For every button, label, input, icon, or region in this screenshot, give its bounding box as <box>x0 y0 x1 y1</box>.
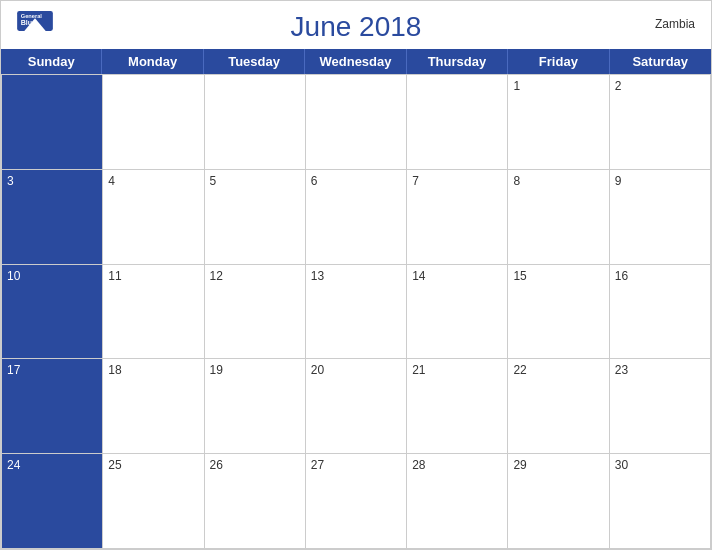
calendar-cell: 16 <box>610 265 711 360</box>
calendar-cell: 20 <box>306 359 407 454</box>
calendar-cell: 8 <box>508 170 609 265</box>
cell-number: 28 <box>412 458 425 472</box>
cell-number: 5 <box>210 174 217 188</box>
calendar-grid: 1234567891011121314151617181920212223242… <box>1 74 711 549</box>
calendar-cell: 14 <box>407 265 508 360</box>
cell-number: 19 <box>210 363 223 377</box>
calendar-cell: 9 <box>610 170 711 265</box>
calendar: General Blue June 2018 Zambia Sunday Mon… <box>0 0 712 550</box>
cell-number: 18 <box>108 363 121 377</box>
cell-number: 22 <box>513 363 526 377</box>
calendar-cell <box>407 75 508 170</box>
calendar-cell: 10 <box>2 265 103 360</box>
calendar-cell: 13 <box>306 265 407 360</box>
calendar-cell: 19 <box>205 359 306 454</box>
day-header-wednesday: Wednesday <box>305 49 406 74</box>
cell-number: 27 <box>311 458 324 472</box>
day-header-saturday: Saturday <box>610 49 711 74</box>
calendar-cell: 17 <box>2 359 103 454</box>
cell-number: 24 <box>7 458 20 472</box>
calendar-cell: 7 <box>407 170 508 265</box>
cell-number: 7 <box>412 174 419 188</box>
cell-number: 1 <box>513 79 520 93</box>
cell-number: 8 <box>513 174 520 188</box>
cell-number: 30 <box>615 458 628 472</box>
calendar-header: General Blue June 2018 Zambia <box>1 1 711 49</box>
calendar-cell: 6 <box>306 170 407 265</box>
calendar-cell: 18 <box>103 359 204 454</box>
day-header-monday: Monday <box>102 49 203 74</box>
generalblue-logo-icon: General Blue <box>17 11 53 41</box>
cell-number: 11 <box>108 269 121 283</box>
day-header-thursday: Thursday <box>407 49 508 74</box>
cell-number: 14 <box>412 269 425 283</box>
calendar-cell: 23 <box>610 359 711 454</box>
svg-text:General: General <box>21 13 43 19</box>
calendar-cell: 21 <box>407 359 508 454</box>
day-header-friday: Friday <box>508 49 609 74</box>
calendar-cell: 25 <box>103 454 204 549</box>
cell-number: 17 <box>7 363 20 377</box>
cell-number: 20 <box>311 363 324 377</box>
calendar-cell: 1 <box>508 75 609 170</box>
calendar-cell: 5 <box>205 170 306 265</box>
days-header: Sunday Monday Tuesday Wednesday Thursday… <box>1 49 711 74</box>
cell-number: 15 <box>513 269 526 283</box>
calendar-cell: 22 <box>508 359 609 454</box>
calendar-cell: 29 <box>508 454 609 549</box>
cell-number: 23 <box>615 363 628 377</box>
cell-number: 12 <box>210 269 223 283</box>
calendar-cell: 26 <box>205 454 306 549</box>
logo-area: General Blue <box>17 11 53 41</box>
calendar-cell <box>2 75 103 170</box>
calendar-cell: 24 <box>2 454 103 549</box>
calendar-cell: 15 <box>508 265 609 360</box>
calendar-cell: 11 <box>103 265 204 360</box>
calendar-cell <box>205 75 306 170</box>
country-label: Zambia <box>655 17 695 31</box>
calendar-cell <box>306 75 407 170</box>
cell-number: 21 <box>412 363 425 377</box>
calendar-cell: 28 <box>407 454 508 549</box>
cell-number: 16 <box>615 269 628 283</box>
cell-number: 26 <box>210 458 223 472</box>
cell-number: 10 <box>7 269 20 283</box>
calendar-cell: 12 <box>205 265 306 360</box>
calendar-cell: 27 <box>306 454 407 549</box>
day-header-sunday: Sunday <box>1 49 102 74</box>
calendar-cell: 4 <box>103 170 204 265</box>
calendar-cell: 2 <box>610 75 711 170</box>
cell-number: 9 <box>615 174 622 188</box>
cell-number: 29 <box>513 458 526 472</box>
cell-number: 3 <box>7 174 14 188</box>
calendar-cell <box>103 75 204 170</box>
day-header-tuesday: Tuesday <box>204 49 305 74</box>
calendar-cell: 3 <box>2 170 103 265</box>
cell-number: 13 <box>311 269 324 283</box>
cell-number: 4 <box>108 174 115 188</box>
svg-text:Blue: Blue <box>21 19 36 27</box>
cell-number: 2 <box>615 79 622 93</box>
calendar-title: June 2018 <box>17 11 695 43</box>
calendar-cell: 30 <box>610 454 711 549</box>
cell-number: 25 <box>108 458 121 472</box>
cell-number: 6 <box>311 174 318 188</box>
